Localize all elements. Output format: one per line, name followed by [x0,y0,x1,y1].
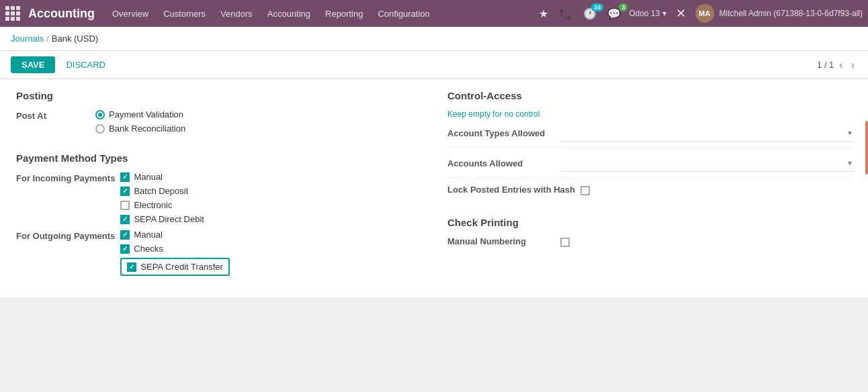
label-checks: Checks [134,244,163,254]
user-name[interactable]: Mitchell Admin (671388-13-0-6d7f93-all) [720,9,863,18]
form-left-column: Posting Post At Payment Validation Bank … [16,90,421,281]
clock-icon[interactable]: 🕐24 [580,6,599,21]
posting-title: Posting [16,90,421,101]
odoo-version[interactable]: Odoo 13 ▾ [629,9,666,18]
outgoing-payments-row: For Outgoing Payments Manual Checks SEPA… [16,230,421,276]
manual-numbering-row: Manual Numbering [447,236,852,247]
label-sepa-direct-debit: SEPA Direct Debit [134,214,204,224]
checkbox-electronic[interactable] [120,201,130,210]
radio-dot-payment-validation [95,110,105,119]
breadcrumb-current: Bank (USD) [52,34,98,44]
phone-icon[interactable]: 📞 [556,6,575,21]
topnav-right: ★ 📞 🕐24 💬3 Odoo 13 ▾ ✕ MA Mitchell Admin… [536,4,863,23]
checkbox-sepa-direct-debit[interactable] [120,215,130,224]
radio-label-payment-validation: Payment Validation [109,109,183,119]
lock-posted-entries-row: Lock Posted Entries with Hash [447,185,852,195]
payment-method-types-title: Payment Method Types [16,152,421,164]
control-access-hint: Keep empty for no control [447,109,852,119]
account-types-allowed-select[interactable] [560,124,853,142]
incoming-manual-item[interactable]: Manual [120,172,204,182]
label-sepa-credit-transfer: SEPA Credit Transfer [140,262,223,272]
incoming-batch-deposit-item[interactable]: Batch Deposit [120,186,204,196]
checkbox-lock-posted-entries[interactable] [580,186,590,195]
prev-page-button[interactable]: ‹ [836,58,845,72]
check-printing-section: Check Printing Manual Numbering [447,217,852,247]
post-at-label: Post At [16,109,90,121]
incoming-sepa-debit-item[interactable]: SEPA Direct Debit [120,214,204,224]
checkbox-checks[interactable] [120,244,130,254]
posting-section: Posting Post At Payment Validation Bank … [16,90,421,134]
label-manual-out: Manual [134,230,163,240]
subheader: Journals / Bank (USD) [0,27,868,51]
incoming-electronic-item[interactable]: Electronic [120,200,204,210]
radio-payment-validation[interactable]: Payment Validation [95,109,185,119]
menu-vendors[interactable]: Vendors [214,6,259,21]
avatar: MA [695,4,714,23]
account-types-allowed-label: Account Types Allowed [447,128,555,138]
checkbox-manual-in[interactable] [120,173,130,182]
outgoing-options: Manual Checks SEPA Credit Transfer [120,230,230,276]
radio-bank-reconciliation[interactable]: Bank Reconciliation [95,124,185,134]
accounts-allowed-row: Accounts Allowed ▾ [447,154,852,178]
outgoing-manual-item[interactable]: Manual [120,230,230,240]
lock-posted-entries-label: Lock Posted Entries with Hash [447,185,575,195]
outgoing-checks-item[interactable]: Checks [120,244,230,254]
radio-group: Payment Validation Bank Reconciliation [95,109,185,134]
form-body: Posting Post At Payment Validation Bank … [0,79,868,297]
label-electronic: Electronic [134,200,172,210]
menu-reporting[interactable]: Reporting [318,6,370,21]
label-manual-in: Manual [134,172,163,182]
save-button[interactable]: SAVE [11,56,55,73]
outgoing-sepa-credit-item[interactable]: SEPA Credit Transfer [120,258,230,276]
grid-icon [5,6,20,21]
incoming-payments-label: For Incoming Payments [16,172,115,183]
radio-dot-bank-reconciliation [95,124,105,134]
menu-overview[interactable]: Overview [105,6,155,21]
menu-accounting[interactable]: Accounting [261,6,317,21]
close-button[interactable]: ✕ [672,5,690,22]
app-title: Accounting [28,7,95,21]
menu-customers[interactable]: Customers [157,6,212,21]
main-menu: Overview Customers Vendors Accounting Re… [105,6,536,21]
accounts-allowed-label: Accounts Allowed [447,158,555,168]
checkbox-manual-numbering[interactable] [560,238,570,247]
control-access-section: Control-Access Keep empty for no control… [447,90,852,195]
pagination: 1 / 1 ‹ › [817,58,857,72]
next-page-button[interactable]: › [849,58,857,72]
scroll-indicator [865,121,868,175]
account-types-allowed-row: Account Types Allowed ▾ [447,124,852,148]
post-at-field: Post At Payment Validation Bank Reconcil… [16,109,421,134]
app-brand[interactable]: Accounting [5,6,95,21]
control-access-title: Control-Access [447,90,852,101]
checkbox-batch-deposit[interactable] [120,187,130,196]
menu-configuration[interactable]: Configuration [371,6,436,21]
breadcrumb-separator: / [46,34,49,44]
payment-method-types-section: Payment Method Types For Incoming Paymen… [16,152,421,276]
message-icon[interactable]: 💬3 [605,6,623,21]
form-right-column: Control-Access Keep empty for no control… [447,90,852,281]
manual-numbering-label: Manual Numbering [447,236,555,246]
breadcrumb: Journals / Bank (USD) [11,34,98,44]
pagination-text: 1 / 1 [817,60,834,70]
checkbox-manual-out[interactable] [120,230,130,240]
accounts-allowed-select[interactable] [560,154,853,172]
radio-label-bank-reconciliation: Bank Reconciliation [109,124,185,134]
star-icon[interactable]: ★ [536,6,551,21]
outgoing-payments-label: For Outgoing Payments [16,230,115,241]
discard-button[interactable]: DISCARD [60,56,111,73]
incoming-options: Manual Batch Deposit Electronic SEPA Dir… [120,172,204,224]
action-bar: SAVE DISCARD 1 / 1 ‹ › [0,51,868,79]
breadcrumb-parent[interactable]: Journals [11,34,44,44]
checkbox-sepa-credit-transfer[interactable] [127,262,136,272]
top-navigation: Accounting Overview Customers Vendors Ac… [0,0,868,27]
incoming-payments-row: For Incoming Payments Manual Batch Depos… [16,172,421,224]
check-printing-title: Check Printing [447,217,852,228]
label-batch-deposit: Batch Deposit [134,186,188,196]
message-badge: 3 [619,3,627,11]
clock-badge: 24 [591,3,603,11]
